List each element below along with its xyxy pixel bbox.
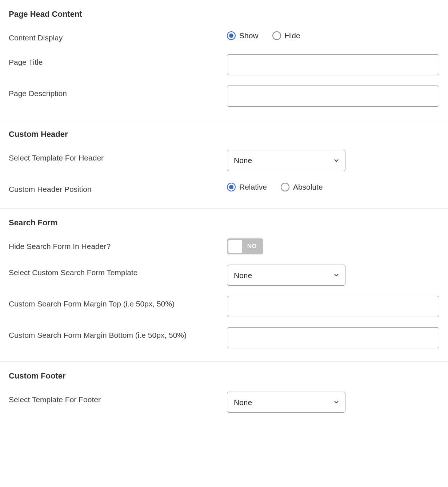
label-page-description: Page Description [9,86,227,100]
radio-show-label: Show [239,31,259,40]
label-footer-template: Select Template For Footer [9,392,227,406]
section-title-page-head: Page Head Content [9,9,439,19]
footer-template-select-wrap: None [227,392,345,413]
label-header-position: Custom Header Position [9,181,227,195]
radio-absolute[interactable]: Absolute [281,183,323,191]
radio-dot-icon [227,183,236,191]
radio-dot-icon [227,31,236,40]
label-search-template: Select Custom Search Form Template [9,265,227,279]
footer-template-select[interactable]: None [227,392,345,413]
search-template-select-wrap: None [227,265,345,286]
settings-form: Page Head Content Content Display Show H… [0,0,448,426]
hide-search-toggle[interactable]: NO [227,238,263,254]
page-description-input[interactable] [227,86,439,107]
row-page-title: Page Title [9,54,439,75]
radio-group-content-display: Show Hide [227,30,300,40]
search-margin-top-input[interactable] [227,296,439,317]
radio-relative[interactable]: Relative [227,183,267,191]
radio-dot-icon [281,183,289,191]
control-footer-template: None [227,392,439,413]
radio-hide[interactable]: Hide [272,31,300,40]
label-hide-search: Hide Search Form In Header? [9,238,227,253]
label-search-margin-top: Custom Search Form Margin Top (i.e 50px,… [9,296,227,310]
row-search-margin-bottom: Custom Search Form Margin Bottom (i.e 50… [9,327,439,348]
section-search-form: Search Form Hide Search Form In Header? … [0,209,448,362]
control-content-display: Show Hide [227,30,439,40]
toggle-no-label: NO [242,243,262,250]
toggle-knob-icon [228,240,242,253]
radio-relative-label: Relative [239,183,267,191]
header-template-select-wrap: None [227,150,345,171]
control-header-template: None [227,150,439,171]
row-header-position: Custom Header Position Relative Absolute [9,181,439,195]
row-search-margin-top: Custom Search Form Margin Top (i.e 50px,… [9,296,439,317]
control-page-description [227,86,439,107]
control-search-margin-top [227,296,439,317]
section-title-custom-footer: Custom Footer [9,371,439,381]
radio-dot-icon [272,31,281,40]
label-content-display: Content Display [9,30,227,44]
row-search-template: Select Custom Search Form Template None [9,265,439,286]
row-page-description: Page Description [9,86,439,107]
control-search-margin-bottom [227,327,439,348]
radio-hide-label: Hide [285,31,300,40]
search-template-select[interactable]: None [227,265,345,286]
radio-absolute-label: Absolute [293,183,323,191]
control-page-title [227,54,439,75]
search-margin-bottom-input[interactable] [227,327,439,348]
label-page-title: Page Title [9,54,227,68]
row-content-display: Content Display Show Hide [9,30,439,44]
section-custom-header: Custom Header Select Template For Header… [0,120,448,209]
radio-show[interactable]: Show [227,31,259,40]
row-hide-search: Hide Search Form In Header? NO [9,238,439,254]
label-header-template: Select Template For Header [9,150,227,164]
control-search-template: None [227,265,439,286]
section-title-search-form: Search Form [9,218,439,227]
section-title-custom-header: Custom Header [9,130,439,139]
control-hide-search: NO [227,238,439,254]
control-header-position: Relative Absolute [227,181,439,191]
header-template-select[interactable]: None [227,150,345,171]
section-custom-footer: Custom Footer Select Template For Footer… [0,362,448,426]
page-title-input[interactable] [227,54,439,75]
section-page-head: Page Head Content Content Display Show H… [0,0,448,120]
radio-group-header-position: Relative Absolute [227,181,323,191]
row-header-template: Select Template For Header None [9,150,439,171]
label-search-margin-bottom: Custom Search Form Margin Bottom (i.e 50… [9,327,227,341]
row-footer-template: Select Template For Footer None [9,392,439,413]
